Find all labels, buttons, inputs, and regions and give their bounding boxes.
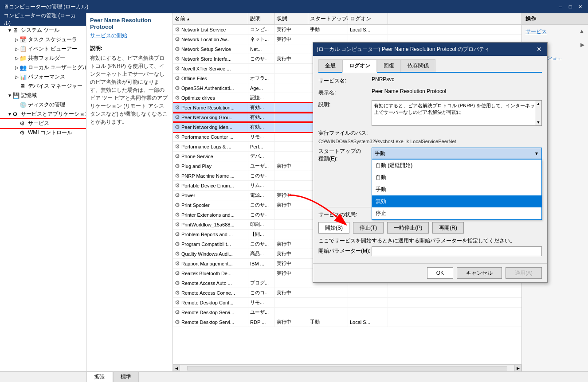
option-auto-delayed[interactable]: 自動 (遅延開始): [372, 160, 541, 172]
service-cell: [275, 210, 308, 219]
col-header-startup[interactable]: スタートアップの種類: [308, 13, 348, 24]
service-cell: このサ...: [248, 239, 275, 249]
service-cell: ⚙ Novell XTier Service ...: [173, 64, 248, 73]
option-manual[interactable]: 手動: [372, 183, 541, 195]
service-cell: [248, 269, 275, 278]
sidebar-item-label: ローカル ユーザーとグル...: [28, 64, 86, 71]
services-icon: ⚙: [20, 120, 27, 127]
tab-recovery[interactable]: 回復: [377, 59, 401, 72]
right-panel-services-item[interactable]: サービス ▲: [522, 27, 588, 37]
service-cell: 実行中: [275, 259, 308, 268]
tab-general[interactable]: 全般: [318, 59, 342, 72]
sidebar-item-performance[interactable]: ▷ 📊 パフォーマンス: [0, 72, 86, 82]
sidebar-item-services[interactable]: ⚙ サービス: [0, 119, 86, 128]
service-row[interactable]: ⚙ Remote Access Conne...このコ...実行中: [173, 288, 521, 298]
desc-textarea[interactable]: 有効にすると、ピア名解決プロトコル (PNRP) を使用して、インターネット上で…: [372, 100, 542, 126]
service-cell: [348, 298, 388, 307]
service-cell: ⚙ PNRP Machine Name ...: [173, 171, 248, 180]
service-desc-label: 説明:: [86, 43, 172, 53]
service-cell: 実行中: [275, 269, 308, 278]
horizontal-scrollbar[interactable]: ◀ ▶: [173, 364, 521, 371]
scroll-right-btn[interactable]: ▶: [514, 365, 521, 372]
scroll-left-btn[interactable]: ◀: [173, 365, 180, 372]
start-params-input[interactable]: [372, 246, 542, 256]
title-bar-icon: 🖥: [4, 4, 9, 10]
stop-service-button[interactable]: 停止(T): [353, 222, 384, 234]
startup-dropdown-btn[interactable]: 手動 ▼: [372, 148, 542, 159]
scroll-down-btn[interactable]: ▼: [537, 120, 541, 125]
startup-label: スタートアップの 種類(E):: [318, 148, 372, 163]
close-button[interactable]: ✕: [576, 2, 584, 11]
exe-path-row: 実行ファイルのパス: C:¥WINDOWS¥System32¥svchost.e…: [318, 129, 542, 144]
storage-icon: 💾: [12, 92, 20, 99]
cancel-button[interactable]: キャンセル: [457, 267, 502, 279]
sidebar-item-shared-folders[interactable]: ▷ 📁 共有フォルダー: [0, 54, 86, 63]
tab-extended[interactable]: 拡張: [86, 371, 112, 382]
col-header-logon[interactable]: ログオン: [348, 13, 388, 24]
service-cell: デバ...: [248, 152, 275, 161]
option-stopped[interactable]: 停止: [372, 207, 541, 219]
service-cell: [275, 181, 308, 190]
service-cell: ⚙ Quality Windows Audi...: [173, 249, 248, 258]
service-row[interactable]: ⚙ Remote Desktop Servi...RDP ...実行中手動Loc…: [173, 317, 521, 327]
service-cell: 実行中: [275, 191, 308, 200]
scroll-up-btn[interactable]: ▲: [537, 101, 541, 106]
service-cell: [308, 308, 348, 317]
properties-dialog[interactable]: (ローカル コンピューター) Peer Name Resolution Prot…: [313, 42, 548, 283]
tab-standard[interactable]: 標準: [113, 371, 139, 382]
gear-icon: ⚙: [175, 75, 180, 82]
tab-logon[interactable]: ログオン: [342, 59, 377, 73]
gear-icon: ⚙: [175, 114, 180, 121]
service-cell: [275, 230, 308, 239]
desc-scrollbar[interactable]: ▲ ▼: [535, 100, 542, 126]
col-header-desc[interactable]: 説明: [248, 13, 275, 24]
shared-folders-icon: 📁: [20, 55, 27, 62]
service-cell: [308, 298, 348, 307]
service-cell: このサ...: [248, 210, 275, 219]
service-row[interactable]: ⚙ Remote Desktop Servi...ユーザ...: [173, 308, 521, 317]
sidebar-item-wmi[interactable]: ⚙ WMI コントロール: [0, 128, 86, 137]
sidebar-item-services-apps[interactable]: ▼ ⚙ サービスとアプリケーション: [0, 109, 86, 119]
col-header-name[interactable]: 名前 ▲: [173, 13, 248, 24]
maximize-button[interactable]: □: [566, 2, 575, 11]
service-cell: [275, 220, 308, 229]
apply-button[interactable]: 適用(A): [506, 267, 542, 279]
col-header-status[interactable]: 状態: [275, 13, 308, 24]
service-row[interactable]: ⚙ Remote Desktop Conf...リモ...: [173, 298, 521, 308]
gear-icon: ⚙: [175, 143, 180, 150]
ok-button[interactable]: OK: [427, 267, 453, 279]
start-service-button[interactable]: 開始(S): [318, 222, 349, 234]
service-row[interactable]: ⚙ Network List Serviceコンピ...実行中手動Local S…: [173, 25, 521, 35]
option-auto[interactable]: 自動: [372, 172, 541, 183]
service-cell: [308, 288, 348, 297]
service-cell: 実行中: [275, 25, 308, 34]
service-start-link[interactable]: サービスの開始: [86, 32, 172, 43]
sidebar-item-event-viewer[interactable]: ▷ 📋 イベント ビューアー: [0, 44, 86, 54]
scrollbar-track[interactable]: [187, 366, 507, 370]
gear-icon: ⚙: [175, 241, 180, 247]
dialog-close-button[interactable]: ✕: [535, 45, 544, 54]
resume-service-button[interactable]: 再開(R): [432, 222, 464, 234]
sidebar-item-system-tools[interactable]: ▼ 🖥 システム ツール: [0, 26, 86, 35]
service-cell: リモ...: [248, 298, 275, 307]
pause-service-button[interactable]: 一時停止(P): [387, 222, 429, 234]
tab-dependencies[interactable]: 依存関係: [401, 59, 435, 72]
sidebar-title-text: コンピューターの管理 (ローカル): [4, 13, 82, 27]
sidebar-item-local-users[interactable]: ▷ 👥 ローカル ユーザーとグル...: [0, 63, 86, 72]
sidebar-item-device-manager[interactable]: 🖥 デバイス マネージャー: [0, 82, 86, 91]
option-disabled[interactable]: 無効: [372, 195, 541, 207]
sidebar-item-label: 記憶域: [21, 92, 37, 99]
gear-icon: ⚙: [175, 172, 180, 179]
service-cell: 記憶...: [248, 93, 275, 102]
startup-dropdown-menu[interactable]: 自動 (遅延開始) 自動 手動 無効 停止: [372, 159, 542, 220]
service-cell: 実行中: [275, 249, 308, 258]
gear-icon: ⚙: [175, 65, 180, 72]
start-params-row: 開始パラメーター(M):: [318, 246, 542, 256]
minimize-button[interactable]: ─: [556, 2, 565, 11]
sidebar-item-label: サービスとアプリケーション: [21, 110, 86, 118]
service-name-value: PNRPsvc: [372, 76, 542, 82]
sidebar-item-storage[interactable]: ▼ 💾 記憶域: [0, 91, 86, 100]
sidebar-item-task-scheduler[interactable]: ▷ 📅 タスク スケジューラ: [0, 35, 86, 44]
startup-label-line2: 種類(E):: [318, 155, 372, 163]
sidebar-item-disk-mgmt[interactable]: 💿 ディスクの管理: [0, 100, 86, 109]
